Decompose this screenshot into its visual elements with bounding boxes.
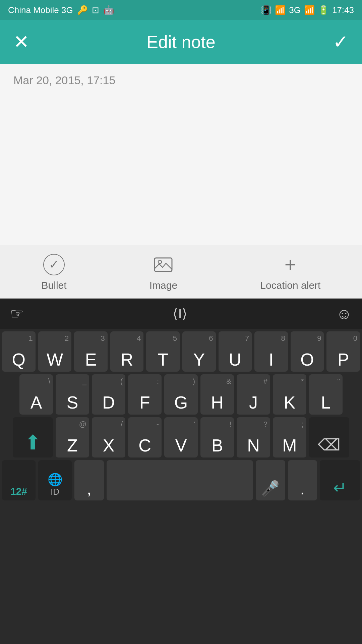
- key-h[interactable]: &H: [200, 374, 234, 415]
- battery-icon: 🔋: [318, 5, 329, 15]
- status-bar: China Mobile 3G 🔑 ⊡ 🤖 📳 📶 3G 📶 🔋 17:43: [0, 0, 362, 20]
- key-i[interactable]: 8I: [254, 331, 288, 372]
- delete-icon: ⌫: [318, 435, 341, 454]
- num-key[interactable]: 12#: [2, 460, 36, 500]
- space-key[interactable]: [107, 460, 253, 500]
- key-b[interactable]: !B: [200, 417, 234, 458]
- emoji-icon[interactable]: ☺: [336, 305, 352, 323]
- key-k[interactable]: *K: [273, 374, 306, 415]
- vibrate-icon: 📳: [261, 5, 272, 15]
- key-a[interactable]: \A: [19, 374, 53, 415]
- comma-key[interactable]: ,: [74, 460, 104, 500]
- key-g[interactable]: )G: [164, 374, 198, 415]
- bottom-toolbar: ✓ Bullet Image + Location alert: [0, 245, 362, 299]
- note-date: Mar 20, 2015, 17:15: [13, 74, 349, 87]
- check-circle-icon: ✓: [43, 254, 65, 275]
- shift-key[interactable]: ⬆: [13, 417, 53, 458]
- toolbar: ✕ Edit note ✓: [0, 20, 362, 64]
- globe-icon: 🌐: [48, 473, 63, 487]
- note-area: Mar 20, 2015, 17:15: [0, 64, 362, 245]
- mic-icon: 🎤: [261, 480, 280, 497]
- location-alert-tool[interactable]: + Location alert: [260, 253, 320, 291]
- enter-key[interactable]: ↵: [320, 460, 360, 500]
- mic-key[interactable]: 🎤: [256, 460, 285, 500]
- enter-icon: ↵: [333, 478, 347, 497]
- key-f[interactable]: :F: [128, 374, 162, 415]
- bullet-label: Bullet: [42, 280, 67, 291]
- delete-key[interactable]: ⌫: [309, 417, 349, 458]
- 3g-label: 3G: [289, 5, 301, 15]
- key-z[interactable]: @Z: [56, 417, 89, 458]
- time-label: 17:43: [332, 5, 354, 15]
- key-o[interactable]: 9O: [291, 331, 324, 372]
- key-p[interactable]: 0P: [326, 331, 360, 372]
- carrier-label: China Mobile 3G: [8, 5, 73, 15]
- key-e[interactable]: 3E: [74, 331, 108, 372]
- image-tool[interactable]: Image: [149, 253, 177, 291]
- svg-rect-0: [155, 258, 172, 271]
- screen-icon: ⊡: [92, 5, 99, 15]
- key-c[interactable]: -C: [128, 417, 162, 458]
- key-l[interactable]: "L: [309, 374, 343, 415]
- num-label: 12#: [10, 486, 27, 497]
- key-d[interactable]: (D: [92, 374, 125, 415]
- key-s[interactable]: _S: [56, 374, 89, 415]
- location-alert-icon: +: [279, 253, 302, 276]
- key-q[interactable]: 1Q: [2, 331, 36, 372]
- status-right: 📳 📶 3G 📶 🔋 17:43: [261, 5, 354, 15]
- page-title: Edit note: [146, 32, 215, 52]
- plus-icon: +: [285, 253, 296, 276]
- keyboard-rows: 1Q 2W 3E 4R 5T 6Y 7U 8I 9O 0P \A _S (D :…: [0, 329, 362, 500]
- keyboard-row-1: 1Q 2W 3E 4R 5T 6Y 7U 8I 9O 0P: [2, 331, 360, 372]
- key-u[interactable]: 7U: [219, 331, 252, 372]
- key-w[interactable]: 2W: [38, 331, 72, 372]
- keyboard-top-bar: ☞ ⟨I⟩ ☺: [0, 299, 362, 329]
- key-m[interactable]: ;M: [273, 417, 306, 458]
- cancel-button[interactable]: ✕: [13, 33, 29, 51]
- period-key[interactable]: .: [288, 460, 317, 500]
- key-r[interactable]: 4R: [110, 331, 144, 372]
- svg-point-1: [158, 260, 162, 264]
- hand-icon[interactable]: ☞: [10, 305, 24, 323]
- signal-icon: 📶: [304, 5, 315, 15]
- keyboard: ☞ ⟨I⟩ ☺ 1Q 2W 3E 4R 5T 6Y 7U 8I 9O 0P \A…: [0, 299, 362, 644]
- keyboard-row-3: ⬆ @Z /X -C 'V !B ?N ;M ⌫: [2, 417, 360, 458]
- key-icon: 🔑: [77, 5, 88, 15]
- image-label: Image: [149, 280, 177, 291]
- key-v[interactable]: 'V: [164, 417, 198, 458]
- status-left: China Mobile 3G 🔑 ⊡ 🤖: [8, 5, 114, 15]
- key-j[interactable]: #J: [237, 374, 270, 415]
- note-input[interactable]: [13, 94, 349, 238]
- lang-label: 🌐 ID: [48, 473, 63, 497]
- bullet-tool[interactable]: ✓ Bullet: [42, 253, 67, 291]
- lang-key[interactable]: 🌐 ID: [38, 460, 72, 500]
- cursor-icon[interactable]: ⟨I⟩: [173, 306, 187, 321]
- key-n[interactable]: ?N: [237, 417, 270, 458]
- bullet-icon: ✓: [42, 253, 66, 276]
- location-alert-label: Location alert: [260, 280, 320, 291]
- shift-arrow-icon: ⬆: [24, 431, 41, 454]
- key-y[interactable]: 6Y: [182, 331, 216, 372]
- image-icon: [152, 253, 175, 276]
- key-x[interactable]: /X: [92, 417, 125, 458]
- keyboard-row-2: \A _S (D :F )G &H #J *K "L: [2, 374, 360, 415]
- confirm-button[interactable]: ✓: [333, 33, 349, 51]
- wifi-icon: 📶: [275, 5, 286, 15]
- keyboard-row-4: 12# 🌐 ID , 🎤 . ↵: [2, 460, 360, 500]
- android-icon: 🤖: [103, 5, 114, 15]
- key-t[interactable]: 5T: [146, 331, 180, 372]
